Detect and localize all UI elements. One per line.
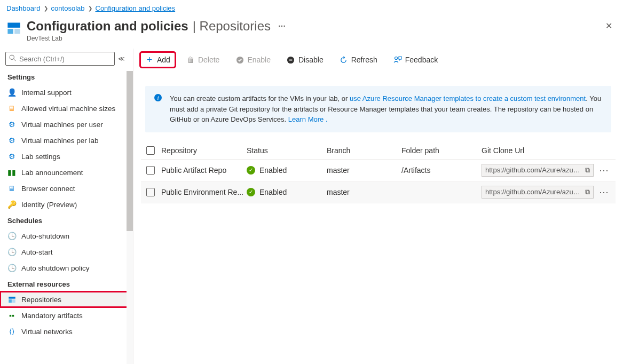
svg-text:i: i [157,94,159,101]
megaphone-icon: ▮▮ [7,168,16,177]
svg-rect-5 [9,296,15,298]
clock-icon: 🕒 [7,232,16,240]
gear-icon: ⚙ [7,136,16,145]
cell-repository: Public Artifact Repo [161,166,247,175]
sidebar-item-virtual-networks[interactable]: ⟨⟩Virtual networks [0,323,133,339]
cell-folder: /Artifacts [401,166,482,175]
add-button[interactable]: +Add [141,53,175,67]
breadcrumb-lab[interactable]: contosolab [51,4,85,12]
toolbar: +Add 🗑Delete Enable Disable Refresh Feed… [133,49,623,71]
monitor-icon: 🖥 [7,104,16,113]
svg-point-3 [10,55,14,59]
more-icon[interactable]: ⋯ [275,22,289,30]
col-branch[interactable]: Branch [327,146,401,155]
key-icon: 🔑 [7,200,16,209]
chevron-right-icon: ❯ [88,5,92,11]
feedback-button[interactable]: Feedback [389,53,442,67]
breadcrumb-dashboard[interactable]: Dashboard [6,4,41,12]
delete-button[interactable]: 🗑Delete [182,53,224,67]
search-field[interactable] [19,55,111,63]
feedback-icon [393,56,402,64]
sidebar-item-browser-connect[interactable]: 🖥Browser connect [0,180,133,196]
search-input[interactable] [5,52,115,66]
checkbox-all[interactable] [146,146,155,155]
repo-icon [7,295,16,304]
cell-url[interactable]: https://github.com/Azure/azure...⧉ [482,186,594,199]
cell-status: ✓Enabled [247,166,327,175]
sidebar-item-auto-shutdown[interactable]: 🕒Auto-shutdown [0,228,133,244]
person-icon: 👤 [7,88,16,97]
svg-rect-7 [12,299,15,302]
refresh-icon [340,56,348,64]
table-header: Repository Status Branch Folder path Git… [141,142,616,160]
sidebar-item-lab-announcement[interactable]: ▮▮Lab announcement [0,164,133,180]
scrollbar[interactable] [127,71,133,364]
col-url[interactable]: Git Clone Url [482,146,594,155]
info-icon: i [154,93,163,103]
network-icon: ⟨⟩ [7,327,16,336]
disable-button[interactable]: Disable [282,53,328,67]
page-subtitle: DevTest Lab [27,35,596,42]
table-row[interactable]: Public Artifact Repo ✓Enabled master /Ar… [141,160,616,181]
col-status[interactable]: Status [247,146,327,155]
sidebar-item-auto-shutdown-policy[interactable]: 🕒Auto shutdown policy [0,260,133,276]
breadcrumb: Dashboard ❯ contosolab ❯ Configuration a… [0,0,623,17]
col-folder[interactable]: Folder path [401,146,482,155]
row-more-icon[interactable]: ⋯ [594,164,613,176]
sidebar-item-mandatory-artifacts[interactable]: ▪▪Mandatory artifacts [0,307,133,323]
cell-branch: master [327,188,401,196]
svg-rect-0 [7,23,20,28]
info-link-arm[interactable]: use Azure Resource Manager templates to … [350,94,586,102]
nav-heading-settings: Settings [0,69,133,84]
search-icon [9,54,16,63]
sidebar-nav: Settings 👤Internal support 🖥Allowed virt… [0,69,133,364]
svg-rect-2 [14,29,20,34]
checkbox-row[interactable] [146,188,155,196]
monitor-icon: 🖥 [7,184,16,193]
sidebar-item-repositories[interactable]: Repositories [0,291,133,307]
check-circle-icon [235,56,244,64]
copy-icon[interactable]: ⧉ [585,188,590,196]
clock-icon: 🕒 [7,248,16,256]
row-more-icon[interactable]: ⋯ [594,186,613,198]
cell-branch: master [327,166,401,175]
stop-circle-icon [287,56,295,64]
collapse-sidebar-icon[interactable]: ≪ [118,55,125,62]
copy-icon[interactable]: ⧉ [585,166,590,175]
plus-icon: + [145,56,154,64]
svg-line-4 [14,59,16,61]
sidebar-item-identity[interactable]: 🔑Identity (Preview) [0,196,133,212]
page-header: Configuration and policies | Repositorie… [0,17,623,49]
sidebar-item-lab-settings[interactable]: ⚙Lab settings [0,148,133,164]
sidebar-item-allowed-vm-sizes[interactable]: 🖥Allowed virtual machine sizes [0,100,133,116]
status-enabled-icon: ✓ [247,188,255,196]
gear-icon: ⚙ [7,152,16,161]
refresh-button[interactable]: Refresh [335,53,382,67]
table-row[interactable]: Public Environment Re... ✓Enabled master… [141,181,616,203]
info-link-learn-more[interactable]: Learn More . [288,115,328,123]
main-content: +Add 🗑Delete Enable Disable Refresh Feed… [133,49,623,364]
info-banner: i You can create custom artifacts for th… [145,86,611,132]
enable-button[interactable]: Enable [231,53,275,67]
checkbox-row[interactable] [146,166,155,175]
repositories-table: Repository Status Branch Folder path Git… [141,142,616,203]
col-repository[interactable]: Repository [161,146,247,155]
sidebar-item-internal-support[interactable]: 👤Internal support [0,84,133,100]
sidebar-item-vms-per-user[interactable]: ⚙Virtual machines per user [0,116,133,132]
devtest-lab-icon [6,21,21,36]
info-text: You can create custom artifacts for the … [170,93,603,125]
nav-heading-schedules: Schedules [0,212,133,228]
sidebar-item-auto-start[interactable]: 🕒Auto-start [0,244,133,260]
svg-rect-10 [289,59,293,60]
svg-rect-1 [7,29,13,34]
status-enabled-icon: ✓ [247,166,255,175]
artifact-icon: ▪▪ [7,311,16,320]
close-icon[interactable]: ✕ [601,19,617,33]
cell-url[interactable]: https://github.com/Azure/azure...⧉ [482,164,594,177]
sidebar-item-vms-per-lab[interactable]: ⚙Virtual machines per lab [0,132,133,148]
breadcrumb-current[interactable]: Configuration and policies [96,4,176,12]
svg-rect-6 [9,299,12,302]
cell-status: ✓Enabled [247,188,327,196]
gear-icon: ⚙ [7,120,16,129]
svg-point-11 [395,57,397,60]
